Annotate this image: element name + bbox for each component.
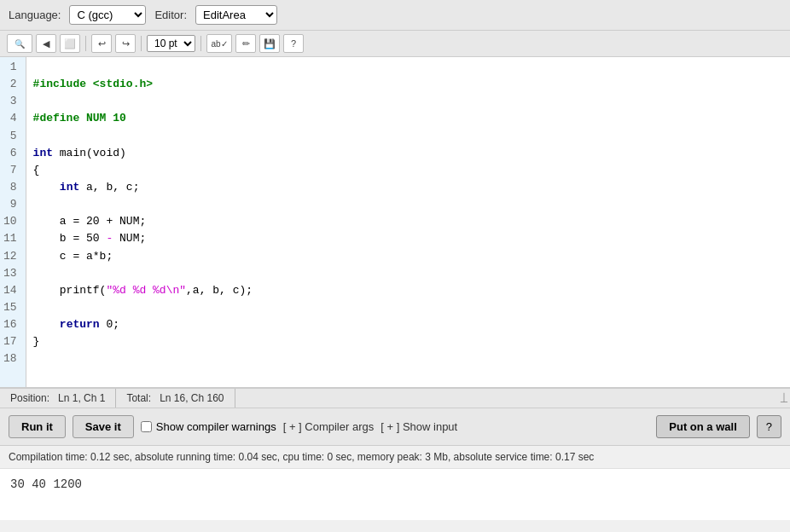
status-bar: Position: Ln 1, Ch 1 Total: Ln 16, Ch 16… xyxy=(0,388,790,408)
code-line-11: c = a*b; xyxy=(33,250,113,263)
compiler-warnings-label[interactable]: Show compiler warnings xyxy=(141,420,276,433)
font-size-select[interactable]: 8 pt 9 pt 10 pt 11 pt 12 pt 14 pt xyxy=(147,35,195,52)
output-area: 30 40 1200 xyxy=(0,469,790,520)
code-line-9: a = 20 + NUM; xyxy=(33,215,147,228)
code-line-16: } xyxy=(33,335,40,348)
save-toolbar-button[interactable]: 💾 xyxy=(259,34,280,53)
compiler-warnings-checkbox[interactable] xyxy=(141,421,152,432)
compiler-args-link[interactable]: [ + ] Compiler args xyxy=(283,420,375,433)
run-button[interactable]: Run it xyxy=(9,415,66,438)
help-toolbar-button[interactable]: ? xyxy=(283,34,304,53)
code-editor[interactable]: #include <stdio.h> #define NUM 10 int ma… xyxy=(26,57,790,387)
code-line-15: return 0; xyxy=(33,318,119,331)
editor-container: 1 2 3 4 5 6 7 8 9 10 11 12 13 14 15 16 1… xyxy=(0,57,790,388)
language-select[interactable]: C (gcc) C++ (g++) Java Python Pascal xyxy=(69,5,146,25)
compile-info-text: Compilation time: 0.12 sec, absolute run… xyxy=(9,451,594,463)
code-line-6: { xyxy=(33,164,40,176)
prev-button[interactable]: ◀ xyxy=(36,34,56,53)
total-value: Ln 16, Ch 160 xyxy=(160,392,224,404)
code-line-3: #define NUM 10 xyxy=(33,112,126,124)
output-text: 30 40 1200 xyxy=(10,477,82,491)
line-numbers: 1 2 3 4 5 6 7 8 9 10 11 12 13 14 15 16 1… xyxy=(0,57,26,387)
action-bar: Run it Save it Show compiler warnings [ … xyxy=(0,408,790,446)
compile-info: Compilation time: 0.12 sec, absolute run… xyxy=(0,446,790,469)
spellcheck-button[interactable]: ab✓ xyxy=(206,34,232,53)
toolbar-sep-1 xyxy=(85,36,86,51)
highlight-button[interactable]: ✏ xyxy=(235,34,256,53)
toolbar-sep-2 xyxy=(141,36,142,51)
position-value: Ln 1, Ch 1 xyxy=(58,392,105,404)
undo-button[interactable]: ↩ xyxy=(91,34,112,53)
code-line-7: int a, b, c; xyxy=(33,181,140,194)
position-label: Position: xyxy=(10,392,49,404)
position-cell: Position: Ln 1, Ch 1 xyxy=(0,389,116,408)
code-line-10: b = 50 - NUM; xyxy=(33,232,147,245)
show-input-link[interactable]: [ + ] Show input xyxy=(380,420,457,433)
wall-button[interactable]: Put on a wall xyxy=(656,415,749,438)
language-label: Language: xyxy=(9,9,61,21)
total-cell: Total: Ln 16, Ch 160 xyxy=(116,389,235,408)
top-bar: Language: C (gcc) C++ (g++) Java Python … xyxy=(0,0,790,31)
resize-handle[interactable]: ⟘ xyxy=(776,389,790,408)
total-label: Total: xyxy=(126,392,151,404)
code-line-13: printf("%d %d %d\n",a, b, c); xyxy=(33,284,253,297)
help-button[interactable]: ? xyxy=(757,415,781,438)
compiler-warnings-text: Show compiler warnings xyxy=(156,420,276,433)
code-line-1: #include <stdio.h> xyxy=(33,78,153,90)
editor-label: Editor: xyxy=(154,9,187,21)
code-line-5-rest: main(void) xyxy=(53,147,126,159)
save-button[interactable]: Save it xyxy=(73,415,134,438)
code-line-5-kw: int xyxy=(33,147,53,159)
search-replace-button[interactable]: 🔍 xyxy=(7,34,32,53)
toolbar-sep-3 xyxy=(200,36,201,51)
fullscreen-button[interactable]: ⬜ xyxy=(60,34,80,53)
redo-button[interactable]: ↪ xyxy=(115,34,136,53)
editor-toolbar: 🔍 ◀ ⬜ ↩ ↪ 8 pt 9 pt 10 pt 11 pt 12 pt 14… xyxy=(0,31,790,57)
editor-select[interactable]: EditArea CodeMirror Plain Text xyxy=(195,5,277,25)
